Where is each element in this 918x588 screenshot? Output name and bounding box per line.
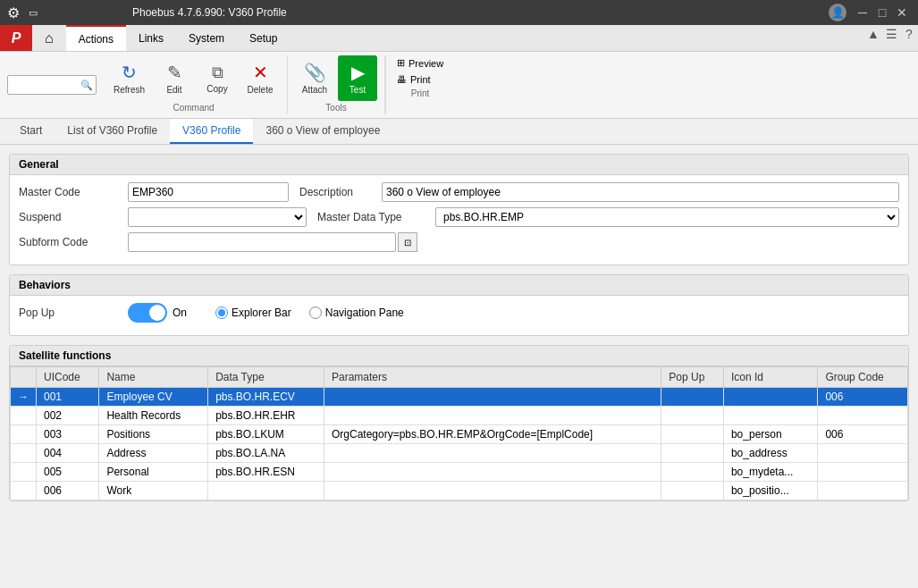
print-button[interactable]: 🖶 Print	[393, 72, 447, 87]
explorer-bar-radio[interactable]: Explorer Bar	[215, 307, 291, 319]
help-btn[interactable]: ?	[900, 25, 918, 43]
suspend-select[interactable]	[128, 207, 307, 227]
row-popup	[661, 425, 724, 444]
row-name: Employee CV	[99, 388, 208, 407]
app-logo: P	[0, 25, 32, 51]
master-code-label: Master Code	[19, 186, 117, 198]
ribbon: 🔍 ↻ Refresh ✎ Edit ⧉ Copy ✕ Delete Comma…	[0, 52, 918, 119]
row-indicator	[11, 444, 37, 463]
col-indicator	[11, 367, 37, 388]
row-parameters	[324, 407, 661, 425]
menu-home[interactable]: ⌂	[32, 25, 66, 51]
row-groupcode: 006	[818, 425, 908, 444]
popup-row: Pop Up On Explorer Bar	[19, 303, 899, 323]
behaviors-section: Behaviors Pop Up On Explorer Bar	[9, 274, 909, 336]
user-icon: 👤	[829, 4, 846, 21]
table-row[interactable]: 006 Work bo_positio...	[11, 482, 908, 500]
refresh-button[interactable]: ↻ Refresh	[107, 59, 151, 97]
table-row[interactable]: 004 Address pbs.BO.LA.NA bo_address	[11, 444, 908, 463]
row-popup	[661, 482, 724, 500]
menu-links[interactable]: Links	[126, 25, 176, 51]
row-parameters	[324, 388, 661, 407]
row-uicode: 004	[37, 444, 99, 463]
row-indicator	[11, 407, 37, 425]
row-uicode: 001	[37, 388, 99, 407]
row-indicator: →	[11, 388, 37, 407]
preview-button[interactable]: ⊞ Preview	[393, 55, 447, 71]
row-groupcode	[818, 444, 908, 463]
row-name: Positions	[99, 425, 208, 444]
menu-bar: P ⌂ Actions Links System Setup ▲ ☰ ?	[0, 25, 918, 52]
master-data-type-label: Master Data Type	[317, 211, 425, 223]
row-popup	[661, 407, 724, 425]
view-mode-radio-group: Explorer Bar Navigation Pane	[215, 307, 404, 319]
tab-list-v360[interactable]: List of V360 Profile	[55, 119, 170, 144]
explorer-bar-radio-dot	[218, 309, 225, 316]
ribbon-menu-btn[interactable]: ☰	[882, 25, 900, 43]
row-datatype: pbs.BO.LKUM	[208, 425, 324, 444]
print-group-label: Print	[393, 87, 447, 100]
row-uicode: 006	[37, 482, 99, 500]
row-parameters	[324, 482, 661, 500]
minimize-button[interactable]: ─	[854, 4, 872, 21]
ribbon-search[interactable]: 🔍	[7, 55, 93, 114]
table-body: → 001 Employee CV pbs.BO.HR.ECV 006 002 …	[11, 388, 908, 500]
suspend-label: Suspend	[19, 211, 117, 223]
row-uicode: 005	[37, 463, 99, 482]
master-code-input[interactable]	[128, 182, 289, 202]
popup-toggle-label: On	[173, 307, 187, 319]
table-row[interactable]: 005 Personal pbs.BO.HR.ESN bo_mydeta...	[11, 463, 908, 482]
row-datatype	[208, 482, 324, 500]
title-bar-controls: 👤 ─ □ ✕	[829, 4, 911, 21]
edit-button[interactable]: ✎ Edit	[155, 59, 194, 97]
subform-code-field: ⊡	[128, 232, 899, 252]
delete-button[interactable]: ✕ Delete	[240, 59, 280, 97]
close-button[interactable]: ✕	[893, 4, 911, 21]
menu-system[interactable]: System	[176, 25, 237, 51]
row-groupcode	[818, 407, 908, 425]
subform-code-browse-button[interactable]: ⊡	[398, 232, 417, 252]
row-groupcode: 006	[818, 388, 908, 407]
col-iconid: Icon Id	[723, 367, 817, 388]
row-groupcode	[818, 463, 908, 482]
row-popup	[661, 444, 724, 463]
edit-icon: ✎	[167, 62, 182, 83]
row-name: Address	[99, 444, 208, 463]
master-data-type-select[interactable]: pbs.BO.HR.EMP	[435, 207, 899, 227]
row-parameters	[324, 463, 661, 482]
table-row[interactable]: 002 Health Records pbs.BO.HR.EHR	[11, 407, 908, 425]
row-name: Health Records	[99, 407, 208, 425]
minimize-restore-icon[interactable]: ▭	[29, 7, 38, 19]
row-indicator	[11, 482, 37, 500]
tab-start[interactable]: Start	[7, 119, 55, 144]
command-buttons: ↻ Refresh ✎ Edit ⧉ Copy ✕ Delete	[107, 55, 280, 101]
test-button[interactable]: ▶ Test	[338, 55, 377, 101]
menu-actions[interactable]: Actions	[66, 25, 126, 51]
row-datatype: pbs.BO.HR.ESN	[208, 463, 324, 482]
popup-toggle[interactable]	[128, 303, 167, 323]
maximize-button[interactable]: □	[873, 4, 891, 21]
navigation-pane-radio[interactable]: Navigation Pane	[309, 307, 404, 319]
table-row[interactable]: 003 Positions pbs.BO.LKUM OrgCategory=pb…	[11, 425, 908, 444]
row-popup	[661, 463, 724, 482]
command-group-label: Command	[107, 101, 280, 114]
copy-button[interactable]: ⧉ Copy	[198, 61, 237, 97]
col-popup: Pop Up	[661, 367, 724, 388]
row-iconid: bo_mydeta...	[723, 463, 817, 482]
subform-code-input[interactable]	[128, 232, 396, 252]
row-groupcode	[818, 482, 908, 500]
description-input[interactable]	[382, 182, 899, 202]
ribbon-collapse-btn[interactable]: ▲	[864, 25, 882, 43]
description-label: Description	[299, 186, 371, 198]
table-row[interactable]: → 001 Employee CV pbs.BO.HR.ECV 006	[11, 388, 908, 407]
attach-button[interactable]: 📎 Attach	[295, 59, 334, 97]
tools-buttons: 📎 Attach ▶ Test	[295, 55, 377, 101]
title-bar: ⚙ ▭ Phoebus 4.7.6.990: V360 Profile 👤 ─ …	[0, 0, 918, 25]
main-content: General Master Code Description Suspend …	[0, 145, 918, 579]
menu-setup[interactable]: Setup	[237, 25, 290, 51]
tab-v360-profile[interactable]: V360 Profile	[170, 119, 253, 144]
tab-360-view[interactable]: 360 o View of employee	[253, 119, 392, 144]
row-datatype: pbs.BO.HR.ECV	[208, 388, 324, 407]
general-section-header: General	[10, 155, 908, 175]
tab-bar: Start List of V360 Profile V360 Profile …	[0, 119, 918, 145]
